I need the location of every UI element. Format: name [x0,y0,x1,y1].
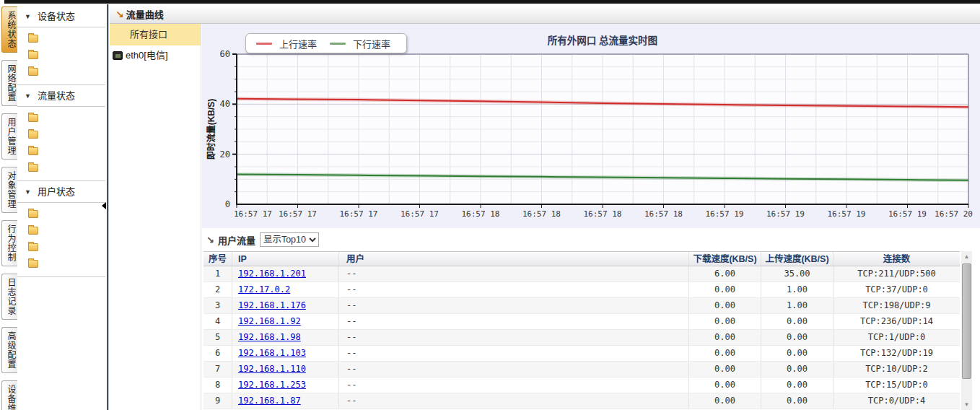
menu-group-label: 设备状态 [38,11,75,22]
scroll-up-icon[interactable]: ▲ [961,251,972,262]
chevron-down-icon: ▼ [25,188,31,196]
menu-item[interactable] [17,64,105,80]
table-header-row: 序号 IP 用户 下载速度(KB/S) 上传速度(KB/S) 连接数 [204,251,960,266]
section-arrow-icon: ↘ [206,235,214,245]
menu-item[interactable] [17,47,105,64]
cell-upload: 1.00 [761,282,834,297]
interface-item-eth0[interactable]: eth0[电信] [110,45,201,66]
svg-text:16:57 19: 16:57 19 [706,209,744,219]
svg-text:16:57 17: 16:57 17 [340,209,378,219]
folder-icon [28,210,38,218]
ip-link[interactable]: 192.168.1.110 [238,364,306,374]
folder-icon [28,114,38,122]
table-row: 9 192.168.1.87 -- 0.00 0.00 TCP:0/UDP:4 [204,393,960,409]
cell-user: -- [339,346,689,361]
ip-link[interactable]: 192.168.1.98 [238,332,301,342]
cell-no: 8 [204,378,232,393]
col-header-ip: IP [232,252,339,266]
scroll-down-icon[interactable]: ▼ [961,399,972,410]
menu-group-header[interactable]: ▼用户状态 [17,181,105,203]
side-tab[interactable]: 网络配置 [1,60,17,106]
svg-text:16:57 18: 16:57 18 [522,209,561,219]
ip-link[interactable]: 192.168.1.87 [238,396,301,406]
ip-link[interactable]: 192.168.1.92 [238,316,301,326]
svg-text:16:57 18: 16:57 18 [644,209,683,219]
menu-group-header[interactable]: ▼设备状态 [17,6,105,27]
svg-text:16:57 19: 16:57 19 [828,209,866,219]
traffic-chart: 020406016:57 1716:57 1716:57 1716:57 171… [202,24,980,228]
cell-upload: 0.00 [761,378,834,393]
menu-item[interactable] [17,160,105,176]
col-header-user: 用户 [339,252,689,266]
cell-no: 4 [204,314,232,329]
svg-text:16:57 19: 16:57 19 [766,209,805,219]
menu-group: ▼流量状态 [17,85,105,181]
menu-item[interactable] [17,239,105,256]
cell-no: 5 [204,330,232,345]
side-tab[interactable]: 对象管理 [1,167,17,213]
ip-link[interactable]: 192.168.1.253 [238,380,306,390]
menu-group-label: 用户状态 [38,186,75,197]
folder-icon [28,51,38,59]
svg-text:16:57 19: 16:57 19 [888,209,927,219]
table-body: 1 192.168.1.201 -- 6.00 35.00 TCP:211/UD… [204,266,960,409]
folder-icon [28,147,38,155]
table-row: 4 192.168.1.92 -- 0.00 0.00 TCP:236/UDP:… [204,314,960,330]
menu-item[interactable] [17,126,105,143]
side-tab[interactable]: 系统状态 [1,6,17,53]
user-traffic-table: 序号 IP 用户 下载速度(KB/S) 上传速度(KB/S) 连接数 1 192… [204,251,960,409]
menu-group-items [17,203,105,277]
ip-link[interactable]: 192.168.1.201 [238,269,306,279]
menu-item[interactable] [17,206,105,222]
side-tab[interactable]: 高级配置 [1,327,17,373]
cell-download: 0.00 [689,362,761,377]
interface-item-label: eth0[电信] [126,50,168,61]
sidebar-collapse-arrow-icon[interactable] [102,202,106,209]
svg-text:16:57 17: 16:57 17 [279,209,317,219]
ip-link[interactable]: 192.168.1.103 [238,348,306,358]
menu-group-label: 流量状态 [38,90,75,101]
ip-link[interactable]: 172.17.0.2 [238,284,290,295]
side-tab[interactable]: 日志记录 [1,274,17,320]
ethernet-port-icon [113,51,123,60]
cell-user: -- [339,330,689,345]
svg-text:0: 0 [225,199,230,209]
table-row: 8 192.168.1.253 -- 0.00 0.00 TCP:15/UDP:… [204,378,960,393]
cell-user: -- [339,362,689,377]
svg-text:16:57 17: 16:57 17 [234,209,272,219]
cell-user: -- [339,282,689,297]
side-tab[interactable]: 用户管理 [1,113,17,160]
table-row: 2 172.17.0.2 -- 0.00 1.00 TCP:37/UDP:0 [204,282,960,298]
scrollbar-thumb[interactable] [962,263,971,379]
table-row: 3 192.168.1.176 -- 0.00 1.00 TCP:198/UDP… [204,298,960,314]
cell-upload: 35.00 [761,266,834,282]
cell-no: 1 [204,266,232,282]
menu-group: ▼用户状态 [17,181,105,277]
table-scrollbar[interactable]: ▲ ▼ [961,251,972,410]
menu-item[interactable] [17,110,105,126]
menu-item[interactable] [17,30,105,47]
interface-item-all[interactable]: 所有接口 [110,24,201,45]
menu-item[interactable] [17,143,105,160]
chevron-down-icon: ▼ [25,13,31,20]
cell-connections: TCP:132/UDP:19 [834,346,960,361]
cell-connections: TCP:1/UDP:0 [834,330,960,345]
menu-item[interactable] [17,222,105,239]
cell-download: 0.00 [689,393,761,409]
cell-no: 3 [204,298,232,313]
cell-user: -- [339,298,689,313]
col-header-download: 下载速度(KB/S) [689,252,761,266]
legend-label-down: 下行速率 [353,37,390,51]
cell-no: 9 [204,393,232,409]
folder-icon [28,260,38,268]
content-area: ↘流量曲线 所有接口 eth0[电信] 020406016:57 1716:57… [110,0,980,410]
chart-legend: 上行速率 下行速率 [245,33,407,53]
svg-text:16:57 18: 16:57 18 [462,209,500,219]
ip-link[interactable]: 192.168.1.176 [238,300,306,310]
top-filter-select[interactable]: 显示Top10 [260,232,319,247]
side-tab[interactable]: 设备维护 [1,380,17,410]
menu-item[interactable] [17,256,105,272]
side-tab[interactable]: 行为控制 [1,220,17,266]
menu-group-header[interactable]: ▼流量状态 [17,85,105,107]
folder-icon [28,35,38,43]
